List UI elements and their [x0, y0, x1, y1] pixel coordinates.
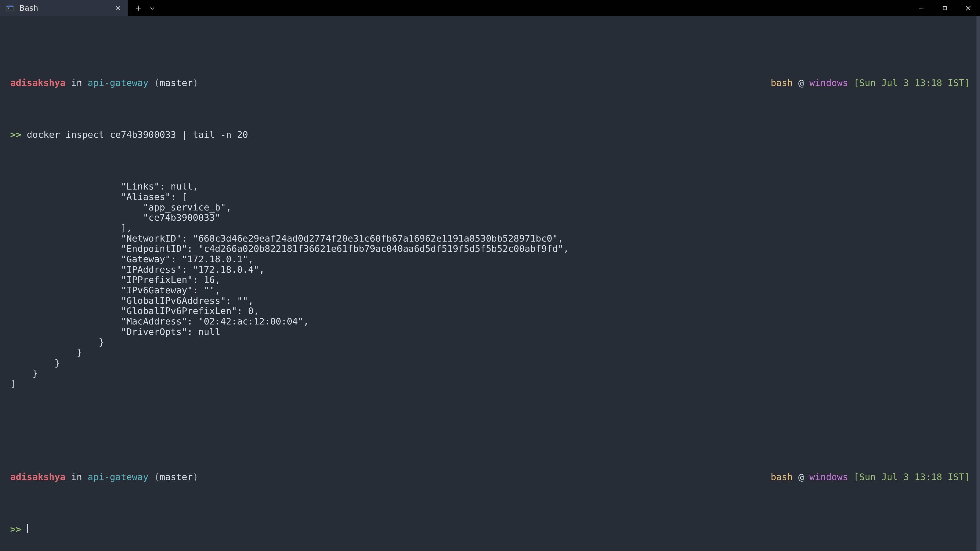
- output-line: "EndpointID": "c4d266a020b822181f36621e6…: [10, 244, 970, 254]
- window-titlebar: Bash: [0, 0, 980, 16]
- terminal-app-icon: [6, 4, 14, 13]
- text-cursor: [27, 524, 28, 534]
- output-line: "Aliases": [: [10, 192, 970, 202]
- svg-rect-3: [943, 6, 947, 10]
- window-maximize-button[interactable]: [933, 0, 956, 16]
- titlebar-area[interactable]: [127, 0, 980, 16]
- output-line: }: [10, 368, 970, 379]
- output-line: }: [10, 348, 970, 358]
- prompt-date-open: [: [848, 472, 859, 482]
- prompt-at: @: [793, 78, 809, 88]
- svg-rect-1: [10, 9, 11, 9]
- output-line: "IPv6Gateway": "",: [10, 285, 970, 295]
- output-line: }: [10, 358, 970, 368]
- prompt-branch: master: [159, 472, 192, 482]
- prompt-shell: bash: [771, 472, 793, 482]
- command-text: docker inspect ce74b3900033 | tail -n 20: [27, 129, 248, 140]
- prompt-header-2: adisakshya in api-gateway (master) bash …: [10, 472, 970, 483]
- output-line: "DriverOpts": null: [10, 327, 970, 337]
- vertical-scrollbar[interactable]: [977, 16, 980, 551]
- prompt-host: windows: [809, 472, 848, 482]
- prompt-user: adisakshya: [10, 472, 65, 482]
- output-line: "NetworkID": "668c3d46e29eaf24ad0d2774f2…: [10, 233, 970, 244]
- prompt-branch-open: (: [148, 472, 159, 482]
- output-line: ]: [10, 379, 970, 389]
- command-line-2[interactable]: >>: [10, 524, 970, 535]
- prompt-shell: bash: [771, 78, 793, 88]
- tab-close-button[interactable]: [114, 4, 123, 13]
- prompt-date: Sun Jul 3 13:18 IST: [859, 472, 964, 482]
- terminal-tab[interactable]: Bash: [0, 0, 127, 16]
- prompt-date: Sun Jul 3 13:18 IST: [859, 78, 964, 88]
- prompt-branch-close: ): [192, 78, 198, 88]
- scrollbar-thumb[interactable]: [977, 16, 980, 551]
- svg-rect-2: [6, 6, 14, 7]
- output-line: "IPPrefixLen": 16,: [10, 275, 970, 285]
- command-line-1: >> docker inspect ce74b3900033 | tail -n…: [10, 130, 970, 140]
- prompt-branch-close: ): [192, 472, 198, 482]
- new-tab-button[interactable]: [130, 0, 146, 16]
- prompt-in: in: [65, 472, 88, 482]
- terminal-area[interactable]: adisakshya in api-gateway (master) bash …: [0, 16, 980, 551]
- prompt-date-close: ]: [964, 78, 970, 88]
- prompt-user: adisakshya: [10, 78, 65, 88]
- prompt-date-open: [: [848, 78, 859, 88]
- prompt-host: windows: [809, 78, 848, 88]
- prompt-header-1: adisakshya in api-gateway (master) bash …: [10, 78, 970, 88]
- prompt-date-close: ]: [964, 472, 970, 482]
- output-line: ],: [10, 223, 970, 233]
- window-close-button[interactable]: [956, 0, 980, 16]
- output-line: "IPAddress": "172.18.0.4",: [10, 265, 970, 275]
- tab-title: Bash: [19, 4, 109, 13]
- command-output: "Links": null, "Aliases": [ "app_service…: [10, 181, 970, 389]
- prompt-at: @: [793, 472, 809, 482]
- output-line: "GlobalIPv6PrefixLen": 0,: [10, 306, 970, 316]
- prompt-in: in: [65, 78, 88, 88]
- prompt-symbol: >>: [10, 129, 21, 140]
- prompt-branch: master: [159, 78, 192, 88]
- output-line: "Gateway": "172.18.0.1",: [10, 254, 970, 265]
- output-line: "app_service_b",: [10, 202, 970, 213]
- prompt-symbol: >>: [10, 524, 21, 534]
- tab-dropdown-button[interactable]: [146, 0, 159, 16]
- output-line: }: [10, 337, 970, 348]
- output-line: "Links": null,: [10, 181, 970, 192]
- prompt-branch-open: (: [148, 78, 159, 88]
- prompt-dir: api-gateway: [88, 472, 148, 482]
- prompt-dir: api-gateway: [88, 78, 148, 88]
- output-line: "ce74b3900033": [10, 213, 970, 223]
- window-minimize-button[interactable]: [910, 0, 933, 16]
- output-line: "GlobalIPv6Address": "",: [10, 295, 970, 306]
- output-line: "MacAddress": "02:42:ac:12:00:04",: [10, 316, 970, 327]
